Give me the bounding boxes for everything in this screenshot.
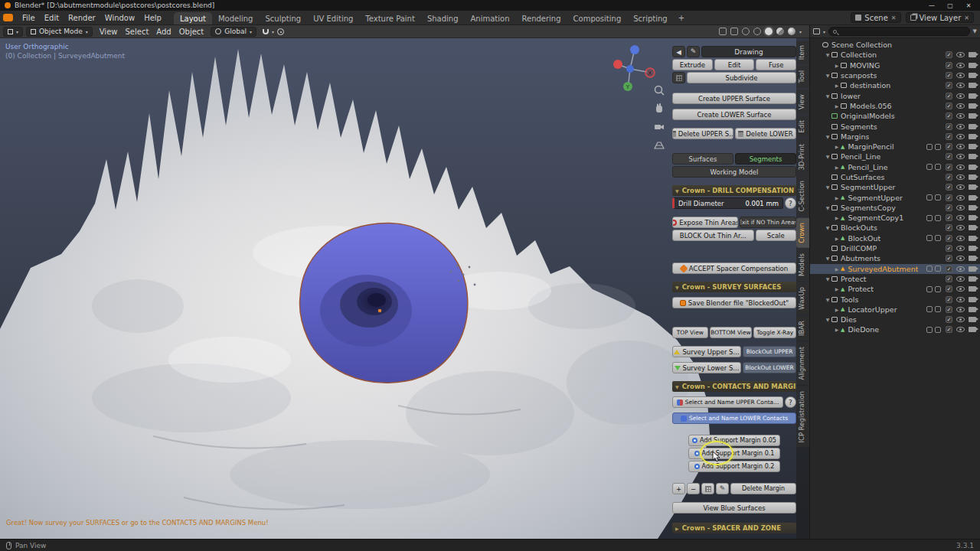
exclude-checkbox[interactable]: ✓ [946,235,952,242]
disable-in-render-icon[interactable] [969,225,976,230]
outliner-item-abutments[interactable]: ▼Abutments✓ [810,253,980,263]
exclude-checkbox[interactable]: ✓ [946,153,952,160]
contacts-help-button[interactable]: ? [785,396,796,408]
shading-dropdown-icon[interactable]: ▾ [799,29,802,34]
modifier-icon[interactable] [926,327,933,333]
hide-in-viewport-icon[interactable] [956,134,965,139]
tab-segments[interactable]: Segments [735,153,796,165]
modifier-icon[interactable] [926,286,933,292]
modifier-icon[interactable] [926,215,933,221]
category-tab-crown[interactable]: Crown [796,218,809,248]
margin-grid-button[interactable] [701,483,714,494]
outliner-item-margins[interactable]: ▼Margins✓ [810,132,980,142]
exclude-checkbox[interactable]: ✓ [946,51,952,58]
margin-pencil-button[interactable]: ✎ [716,483,729,494]
workspace-tab-shading[interactable]: Shading [421,12,465,24]
subdivide-options-button[interactable] [672,72,685,83]
delete-margin-button[interactable]: Delete Margin [730,483,796,494]
disable-in-render-icon[interactable] [969,246,976,251]
exclude-checkbox[interactable]: ✓ [946,133,952,140]
outliner-item-diedone[interactable]: ▶▲DieDone✓ [810,324,980,334]
disable-in-render-icon[interactable] [969,103,976,109]
delete-upper-surface-button[interactable]: Delete UPPER S... [672,128,733,139]
exclude-checkbox[interactable]: ✓ [946,93,952,99]
category-tab-c-section[interactable]: C-Section [796,176,809,217]
outliner-item-pencil-line[interactable]: ▼Pencil_Line✓ [810,152,980,161]
screen-icon[interactable] [935,235,941,241]
exclude-checkbox[interactable]: ✓ [946,296,952,303]
disable-in-render-icon[interactable] [969,266,976,272]
exclude-checkbox[interactable]: ✓ [946,72,952,79]
exclude-checkbox[interactable]: ✓ [946,174,952,181]
outliner-item-protect[interactable]: ▼Protect✓ [810,274,980,284]
workspace-tab-rendering[interactable]: Rendering [515,12,567,24]
select-name-upper-contacts-button[interactable]: Select and Name UPPER Conta... [672,396,783,408]
disable-in-render-icon[interactable] [969,236,976,241]
proportional-edit-icon[interactable] [277,28,284,35]
category-tab-waxup[interactable]: WaxUp [796,282,809,315]
exclude-checkbox[interactable]: ✓ [946,143,952,150]
screen-icon[interactable] [935,286,941,292]
outliner-item-moving[interactable]: ▶MOVING✓ [810,60,980,70]
exclude-checkbox[interactable]: ✓ [946,245,952,252]
disable-in-render-icon[interactable] [969,93,976,99]
menu-edit[interactable]: Edit [40,12,64,24]
exclude-checkbox[interactable]: ✓ [946,82,952,89]
show-overlays-icon[interactable] [730,28,738,35]
outliner-item-originalmodels[interactable]: OriginalModels✓ [810,111,980,121]
section-spacer-zone[interactable]: ▶ Crown - SPACER AND ZONE [672,523,796,533]
disable-in-render-icon[interactable] [969,144,976,149]
category-tab-ibar[interactable]: IBAR [796,316,809,341]
mode-dropdown[interactable]: Object Mode ▾ [26,27,93,37]
hide-in-viewport-icon[interactable] [956,124,965,129]
exclude-checkbox[interactable]: ✓ [946,316,952,323]
hide-in-viewport-icon[interactable] [956,174,965,180]
hide-in-viewport-icon[interactable] [956,113,965,119]
scene-selector[interactable]: Scene ✕ [851,12,900,23]
menu-render[interactable]: Render [64,12,100,24]
expand-arrow-icon[interactable]: ▶ [833,103,841,109]
remove-view-layer-button[interactable]: ✕ [964,15,969,21]
modifier-icon[interactable] [926,164,933,170]
exclude-checkbox[interactable]: ✓ [946,112,952,119]
margin-add-button[interactable]: + [672,483,685,494]
outliner-editor-icon[interactable] [813,28,820,34]
toggle-xray-button[interactable]: Toggle X-Ray [753,327,796,338]
disable-in-render-icon[interactable] [969,276,976,282]
modifier-icon[interactable] [926,194,933,201]
save-blockedout-button[interactable]: Save Blender file "BlockedOut" [672,297,796,308]
hide-in-viewport-icon[interactable] [956,63,965,68]
hide-in-viewport-icon[interactable] [956,73,965,78]
category-tab-3d-print[interactable]: 3D-Print [796,139,809,175]
disable-in-render-icon[interactable] [969,286,976,292]
survey-lower-button[interactable]: Survey Lower S... [672,362,741,373]
annotate-pencil-button[interactable]: ✎ [687,46,700,57]
hide-in-viewport-icon[interactable] [956,52,965,57]
exit-no-thin-button[interactable]: Exit if NO Thin Areas [740,217,796,228]
category-tab-edit[interactable]: Edit [796,116,809,137]
expand-arrow-icon[interactable]: ▶ [833,215,841,220]
disable-in-render-icon[interactable] [969,317,976,322]
filter-icon[interactable]: ▼ [973,28,977,34]
view-blue-surfaces-button[interactable]: View Blue Surfaces [672,502,796,514]
outliner-search-input[interactable] [828,27,970,36]
expand-arrow-icon[interactable]: ▶ [833,236,841,241]
hide-in-viewport-icon[interactable] [956,307,965,312]
screen-icon[interactable] [935,215,941,221]
collapse-arrow-icon[interactable]: ▼ [824,225,831,230]
workspace-tab-sculpting[interactable]: Sculpting [259,12,307,24]
screen-icon[interactable] [935,266,941,272]
add-workspace-button[interactable]: + [674,11,689,24]
collapse-arrow-icon[interactable]: ▼ [824,276,831,282]
extrude-button[interactable]: Extrude [672,59,713,70]
move-view-hand-icon[interactable] [653,103,665,115]
disable-in-render-icon[interactable] [969,205,976,210]
workspace-tab-animation[interactable]: Animation [465,12,516,24]
collapse-arrow-icon[interactable]: ▼ [824,205,831,210]
workspace-tab-uv-editing[interactable]: UV Editing [307,12,359,24]
working-model-button[interactable]: Working Model [672,166,796,178]
modifier-icon[interactable] [926,306,933,312]
create-upper-surface-button[interactable]: Create UPPER Surface [672,93,796,104]
hide-in-viewport-icon[interactable] [956,236,965,241]
blockout-lower-button[interactable]: BlockOut LOWER [743,362,796,373]
